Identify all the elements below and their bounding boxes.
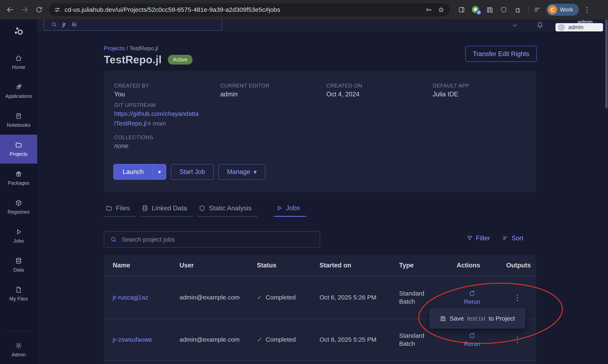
col-started-on: Started on <box>320 262 399 269</box>
rerun-label: Rerun <box>464 299 480 305</box>
caret-down-icon: ▾ <box>158 169 161 175</box>
sidebar-item-packages[interactable]: Packages <box>0 164 37 193</box>
profile-avatar: C <box>548 5 557 14</box>
filter-button[interactable]: Filter <box>466 234 490 242</box>
filter-label: Filter <box>476 234 490 242</box>
bell-icon[interactable] <box>536 21 544 29</box>
user-avatar <box>558 24 565 31</box>
topbar-search-text: jr <box>63 21 66 27</box>
sort-lines-icon <box>502 235 509 242</box>
address-bar[interactable]: cd-us.juliahub.dev/ui/Projects/52c0cc59-… <box>49 3 450 16</box>
tab-linked-data[interactable]: Linked Data <box>140 204 193 217</box>
launch-dropdown-button[interactable]: ▾ <box>153 164 166 180</box>
sidebar-item-registries[interactable]: Registries <box>0 193 37 221</box>
sort-button[interactable]: Sort <box>502 234 523 242</box>
folder-icon <box>15 141 22 149</box>
sidebar-item-my-files[interactable]: My Files <box>0 279 37 308</box>
tab-label: Static Analysis <box>209 204 251 212</box>
collections-value: none <box>114 141 199 151</box>
sidebar-item-jobs[interactable]: Jobs <box>0 221 37 250</box>
user-menu-panel[interactable]: admin <box>556 23 603 31</box>
project-tabs: Files Linked Data Static Analysis Jobs <box>104 204 310 217</box>
funnel-icon <box>466 235 473 242</box>
job-status: Completed <box>266 294 296 301</box>
sidebar-item-notebooks[interactable]: Notebooks <box>0 106 37 135</box>
outputs-menu-button[interactable]: ⋮ <box>513 335 522 344</box>
rocket-icon <box>15 83 22 91</box>
start-job-button[interactable]: Start Job <box>171 164 214 180</box>
image-icon[interactable] <box>71 21 77 27</box>
job-name-link[interactable]: jr-ruscagj1az <box>113 294 180 301</box>
password-key-icon[interactable] <box>425 6 432 13</box>
git-upstream-link[interactable]: https://github.com/chayandatta <box>114 109 199 118</box>
adblock-extension-icon[interactable]: 9 <box>472 6 479 13</box>
chevron-down-icon[interactable] <box>511 22 518 29</box>
browser-profile-chip[interactable]: C Work <box>546 4 579 16</box>
sidebar-item-data[interactable]: Data <box>0 250 37 279</box>
sidebar-item-projects[interactable]: Projects <box>0 135 37 164</box>
jobs-search-input[interactable] <box>122 236 316 243</box>
extensions-puzzle-icon[interactable] <box>514 6 522 13</box>
save-extension-icon[interactable] <box>486 6 493 13</box>
browser-back-button[interactable] <box>5 5 15 14</box>
shield-extension-icon[interactable] <box>500 6 507 13</box>
git-upstream-label: GIT UPSTREAM <box>114 101 199 109</box>
page-scrollbar[interactable] <box>605 19 608 364</box>
file-icon <box>15 286 22 293</box>
profile-name: Work <box>560 7 573 13</box>
app-topbar: jr admin admin <box>37 19 608 31</box>
browser-menu-button[interactable]: ⋮ <box>583 6 591 13</box>
breadcrumb: Projects / TestRepo.jl <box>104 45 158 52</box>
job-status: Completed <box>266 336 296 343</box>
shield-icon <box>198 205 206 212</box>
app-sidebar: Home Applications Notebooks Projects Pac… <box>0 19 37 364</box>
juliahub-logo[interactable] <box>0 19 37 43</box>
sidebar-label: Admin <box>12 352 26 358</box>
sidebar-label: My Files <box>9 296 28 302</box>
rerun-button[interactable]: Rerun <box>457 290 488 305</box>
bookmark-star-icon[interactable] <box>438 6 445 13</box>
home-icon <box>15 54 22 62</box>
check-icon: ✓ <box>257 336 262 344</box>
git-branch: # main <box>147 120 166 127</box>
reading-list-icon[interactable] <box>533 6 541 13</box>
search-icon <box>110 236 117 243</box>
transfer-edit-rights-button[interactable]: Transfer Edit Rights <box>465 46 537 62</box>
scrollbar-thumb[interactable] <box>605 19 608 108</box>
sidebar-label: Packages <box>8 180 29 186</box>
sidebar-item-applications[interactable]: Applications <box>0 77 37 106</box>
notebook-icon <box>15 112 22 120</box>
database-icon <box>15 257 22 264</box>
manage-button[interactable]: Manage ▾ <box>218 164 266 180</box>
refresh-icon <box>468 332 476 339</box>
breadcrumb-projects-link[interactable]: Projects <box>104 45 125 52</box>
rerun-button[interactable]: Rerun <box>457 332 488 348</box>
side-panel-extension-icon[interactable] <box>458 6 465 13</box>
sidebar-item-home[interactable]: Home <box>0 48 37 77</box>
sidebar-item-admin[interactable]: Admin <box>0 336 37 364</box>
tab-static-analysis[interactable]: Static Analysis <box>197 204 258 217</box>
gear-icon <box>15 342 22 349</box>
play-icon <box>276 205 283 212</box>
created-on-label: CREATED ON <box>326 82 362 89</box>
site-settings-icon[interactable] <box>54 6 61 13</box>
browser-reload-button[interactable] <box>34 5 44 14</box>
breadcrumb-current: TestRepo.jl <box>129 45 158 52</box>
page-title: TestRepo.jl <box>104 53 162 66</box>
rerun-label: Rerun <box>464 341 480 348</box>
launch-button[interactable]: Launch <box>114 164 153 180</box>
job-user: admin@example.com <box>180 336 257 343</box>
job-name-link[interactable]: jr-zswsufaowe <box>113 336 180 343</box>
outputs-menu-button[interactable]: ⋮ <box>513 293 522 302</box>
table-header: Name User Status Started on Type Actions… <box>104 255 536 276</box>
topbar-search-field[interactable]: jr <box>43 19 222 31</box>
sidebar-divider <box>5 331 32 331</box>
manage-label: Manage <box>227 168 250 176</box>
tab-jobs[interactable]: Jobs <box>274 204 306 217</box>
main-content: jr admin admin Projects / TestRepo.jl Te… <box>37 19 608 364</box>
git-upstream-link-2[interactable]: /TestRepo.jl <box>114 120 147 127</box>
save-to-project-menu-item[interactable]: Save test.txt to Project <box>430 309 525 328</box>
tab-files[interactable]: Files <box>104 204 136 217</box>
save-suffix: to Project <box>489 315 515 322</box>
browser-forward-button[interactable] <box>20 5 29 14</box>
